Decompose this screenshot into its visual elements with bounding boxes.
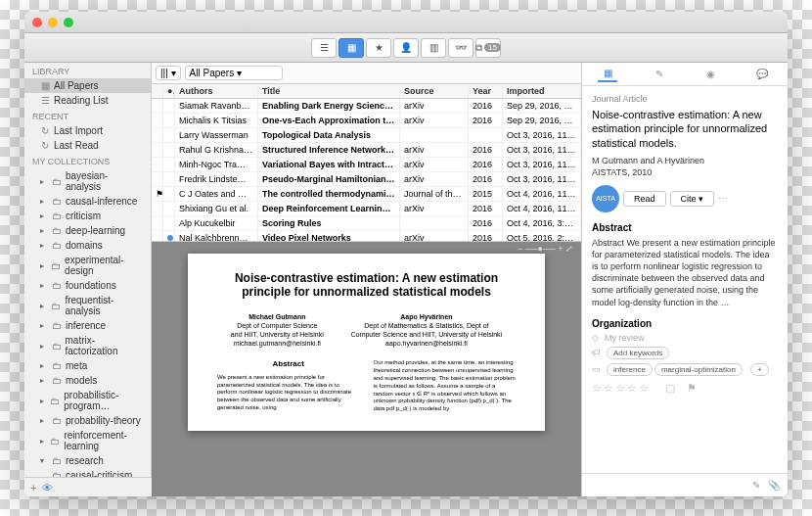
add-keywords-button[interactable]: Add keywords	[607, 347, 669, 359]
close-window[interactable]	[32, 18, 42, 27]
pdf-page: Noise-contrastive estimation: A new esti…	[188, 254, 545, 431]
minimize-window[interactable]	[48, 18, 58, 27]
table-row[interactable]: Nal Kalchbrenn…Video Pixel NetworksarXiv…	[152, 231, 581, 241]
tag-icon: 🏷	[592, 348, 601, 357]
insp-kind: Journal Article	[592, 94, 778, 104]
insp-title: Noise-contrastive estimation: A new esti…	[592, 108, 778, 150]
star-icon[interactable]: ★	[366, 38, 391, 58]
cite-button[interactable]: Cite ▾	[670, 191, 715, 207]
insp-venue: AISTATS, 2010	[592, 167, 778, 177]
tag[interactable]: marginal-optimization	[654, 363, 743, 376]
sidebar-item[interactable]: ↻Last Import	[24, 123, 151, 138]
paper-title: Noise-contrastive estimation: A new esti…	[217, 271, 516, 299]
pdf-preview: − ──●── + ⤢ Noise-contrastive estimation…	[152, 241, 581, 496]
sidebar-collection[interactable]: ▸🗀experimental-design	[24, 253, 151, 278]
tag[interactable]: inference	[607, 363, 653, 376]
scope-select[interactable]: All Papers ▾	[185, 66, 283, 80]
add-icon[interactable]: +	[30, 482, 36, 493]
sidebar-collection[interactable]: ▸🗀criticism	[24, 209, 151, 223]
author-block-1: Michael Gutmann Dept of Computer Science…	[231, 312, 324, 348]
sidebar-collection[interactable]: ▸🗀bayesian-analysis	[24, 168, 151, 194]
sidebar-header-collections: My Collections	[24, 153, 151, 168]
view-list-icon[interactable]: ☰	[311, 38, 337, 58]
sidebar-item[interactable]: ↻Last Read	[24, 138, 151, 153]
table-row[interactable]: Fredrik Lindste…Pseudo-Marginal Hamilton…	[152, 172, 581, 187]
table-row[interactable]: Minh-Ngoc Tra…Variational Bayes with Int…	[152, 158, 581, 172]
eye-icon[interactable]: 👁	[42, 482, 53, 493]
col-flag[interactable]	[152, 84, 163, 98]
person-icon[interactable]: 👤	[393, 38, 419, 58]
abstract-col-2: Our method provides, at the same time, a…	[374, 359, 517, 413]
sidebar-collection[interactable]: ▸🗀causal-inference	[24, 194, 151, 209]
table-row[interactable]: ⚑C J Oates and …The controlled thermodyn…	[152, 187, 581, 202]
table-row[interactable]: Michalis K TitsiasOne-vs-Each Approximat…	[152, 114, 581, 128]
add-tag-button[interactable]: +	[750, 363, 769, 376]
papers-table: ● Authors Title Source Year Imported Sia…	[152, 84, 581, 241]
view-mode-select[interactable]: ||| ▾	[156, 66, 181, 80]
tab-related-icon[interactable]: 💬	[752, 67, 772, 82]
glasses-icon[interactable]: 👓	[448, 38, 474, 58]
more-icon[interactable]: ⋯	[718, 193, 728, 204]
zoom-controls[interactable]: − ──●── + ⤢	[518, 244, 573, 254]
tab-notes-icon[interactable]: ✎	[650, 67, 669, 82]
tab-info-icon[interactable]: ▦	[598, 67, 617, 82]
note-icon[interactable]: ✎	[752, 480, 760, 491]
abstract-col-1: Abstract We present a new estimation pri…	[217, 359, 360, 413]
table-header: ● Authors Title Source Year Imported	[152, 84, 581, 99]
sidebar-header-library: LIBRARY	[24, 63, 151, 78]
sidebar-item[interactable]: ▦All Papers	[24, 78, 151, 93]
zoom-window[interactable]	[64, 18, 73, 27]
sidebar-collection[interactable]: ▸🗀domains	[24, 238, 151, 253]
table-row[interactable]: Alp KucukelbirScoring Rules2016Oct 4, 20…	[152, 216, 581, 231]
col-year[interactable]: Year	[469, 84, 503, 98]
abstract-text: Abstract We present a new estimation pri…	[592, 237, 778, 308]
sidebar: LIBRARY ▦All Papers☰Reading List Recent …	[24, 63, 152, 496]
col-source[interactable]: Source	[400, 84, 469, 98]
filter-bar: ||| ▾ All Papers ▾	[152, 63, 581, 84]
badge-count[interactable]: ⧉15	[475, 38, 501, 58]
sidebar-collection[interactable]: ▸🗀foundations	[24, 278, 151, 293]
table-row[interactable]: Rahul G Krishna…Structured Inference Net…	[152, 143, 581, 158]
sidebar-collection[interactable]: ▸🗀probabilistic-program…	[24, 388, 151, 413]
insp-authors: M Gutmann and A Hyvärinen	[592, 156, 778, 165]
col-title[interactable]: Title	[258, 84, 400, 98]
sidebar-collection[interactable]: ▸🗀models	[24, 373, 151, 388]
col-authors[interactable]: Authors	[175, 84, 258, 98]
inspector: ▦ ✎ ◉ 💬 Journal Article Noise-contrastiv…	[582, 63, 788, 496]
sidebar-header-recent: Recent	[24, 108, 151, 123]
tab-activity-icon[interactable]: ◉	[700, 67, 720, 82]
author-block-2: Aapo Hyvärinen Dept of Mathematics & Sta…	[351, 312, 502, 348]
sidebar-collection[interactable]: ▾🗀research	[24, 453, 151, 468]
folder-icon: ▭	[592, 364, 601, 374]
my-review[interactable]: My review	[605, 333, 645, 343]
sidebar-collection[interactable]: ▸🗀reinforcement-learning	[24, 428, 151, 453]
sidebar-collection[interactable]: ▸🗀deep-learning	[24, 223, 151, 238]
table-row[interactable]: Siamak Ravanb…Enabling Dark Energy Scien…	[152, 99, 581, 114]
col-unread[interactable]: ●	[163, 84, 175, 98]
titlebar	[24, 12, 788, 33]
authors-icon[interactable]: ▥	[421, 38, 446, 58]
sidebar-collection[interactable]: ▸🗀frequentist-analysis	[24, 293, 151, 318]
rating-stars[interactable]: ☆☆☆☆☆ ▢ ⚑	[592, 382, 778, 395]
sidebar-collection[interactable]: ▸🗀meta	[24, 358, 151, 373]
table-row[interactable]: Shixiang Gu et al.Deep Reinforcement Lea…	[152, 202, 581, 216]
sidebar-collection[interactable]: ▸🗀matrix-factorization	[24, 333, 151, 358]
read-button[interactable]: Read	[623, 191, 666, 207]
toolbar: ☰ ▦ ★ 👤 ▥ 👓 ⧉15	[24, 33, 788, 63]
organization-heading: Organization	[592, 318, 778, 329]
sidebar-item[interactable]: ☰Reading List	[24, 93, 151, 108]
sidebar-collection[interactable]: ▸🗀probability-theory	[24, 413, 151, 428]
attachment-icon[interactable]: 📎	[768, 480, 780, 491]
source-badge: AISTA	[592, 185, 619, 212]
abstract-heading: Abstract	[592, 222, 778, 233]
sidebar-collection[interactable]: ▸🗀inference	[24, 318, 151, 333]
col-imported[interactable]: Imported	[503, 84, 581, 98]
view-grid-icon[interactable]: ▦	[338, 38, 364, 58]
sidebar-footer: + 👁	[24, 477, 152, 496]
review-icon: ◇	[592, 333, 599, 343]
table-row[interactable]: Larry WassermanTopological Data Analysis…	[152, 128, 581, 143]
